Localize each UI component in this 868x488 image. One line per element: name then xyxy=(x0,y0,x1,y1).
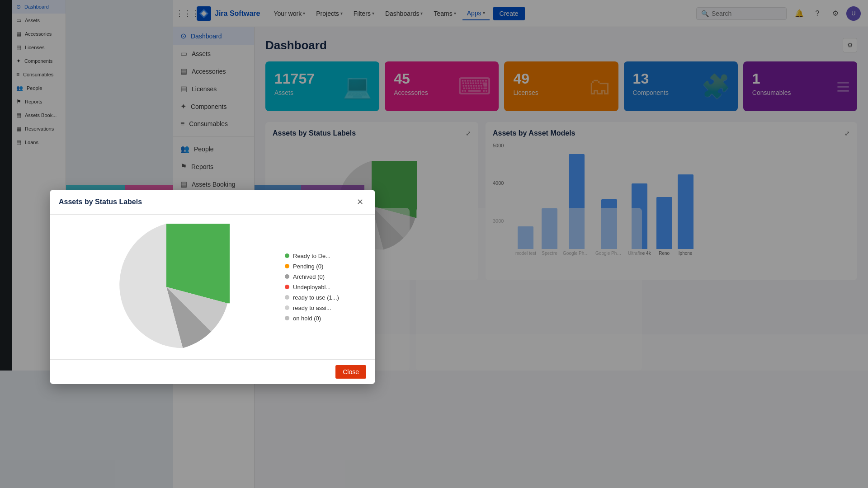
legend-item-pending: Pending (0) xyxy=(285,263,366,270)
legend-item-readytodeploy: Ready to De... xyxy=(285,253,366,259)
assets-status-modal: Assets by Status Labels ✕ Ready to De... xyxy=(50,190,375,384)
legend-dot-undeployable xyxy=(285,285,289,289)
legend-dot-pending xyxy=(285,264,289,268)
modal-footer: Close xyxy=(50,359,375,384)
legend-dot-readytouse xyxy=(285,295,289,300)
legend-dot-readytodeploy xyxy=(285,253,289,258)
modal-pie-svg xyxy=(103,224,230,350)
legend-dot-readytoassign xyxy=(285,305,289,310)
modal-legend: Ready to De... Pending (0) Archived (0) … xyxy=(285,253,366,322)
legend-item-undeployable: Undeployabl... xyxy=(285,284,366,291)
modal-pie-section xyxy=(59,224,274,350)
legend-item-readytouse: ready to use (1...) xyxy=(285,294,366,301)
legend-item-onhold: on hold (0) xyxy=(285,315,366,322)
modal-title: Assets by Status Labels xyxy=(59,198,142,206)
modal-header: Assets by Status Labels ✕ xyxy=(50,190,375,215)
modal-close-x-button[interactable]: ✕ xyxy=(354,197,366,207)
modal-close-button[interactable]: Close xyxy=(335,365,366,379)
legend-item-archived: Archived (0) xyxy=(285,273,366,280)
legend-dot-onhold xyxy=(285,316,289,320)
modal-body: Ready to De... Pending (0) Archived (0) … xyxy=(50,215,375,359)
legend-item-readytoassign: ready to assi... xyxy=(285,305,366,311)
legend-dot-archived xyxy=(285,274,289,279)
